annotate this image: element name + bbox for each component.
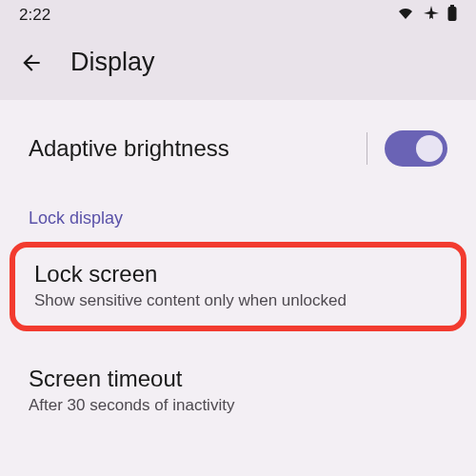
toggle-knob xyxy=(416,135,443,162)
arrow-left-icon xyxy=(19,50,44,75)
adaptive-brightness-row[interactable]: Adaptive brightness xyxy=(0,117,476,180)
lock-screen-item[interactable]: Lock screen Show sensitive content only … xyxy=(15,248,461,326)
lock-screen-subtitle: Show sensitive content only when unlocke… xyxy=(34,291,442,310)
settings-content: Adaptive brightness Lock display Lock sc… xyxy=(0,100,476,430)
back-button[interactable] xyxy=(19,50,44,75)
battery-icon xyxy=(447,5,457,26)
divider xyxy=(367,132,367,165)
screen-timeout-item[interactable]: Screen timeout After 30 seconds of inact… xyxy=(0,352,476,430)
section-lock-display: Lock display xyxy=(0,180,476,242)
airplane-icon xyxy=(423,5,440,26)
header: Display xyxy=(0,30,476,100)
status-bar: 2:22 xyxy=(0,0,476,30)
highlight-annotation: Lock screen Show sensitive content only … xyxy=(10,242,466,331)
svg-rect-1 xyxy=(448,7,457,21)
adaptive-brightness-toggle[interactable] xyxy=(385,130,447,167)
screen-timeout-title: Screen timeout xyxy=(29,366,447,392)
status-icons xyxy=(396,5,457,26)
page-title: Display xyxy=(70,48,155,77)
adaptive-right xyxy=(367,130,447,167)
screen-timeout-subtitle: After 30 seconds of inactivity xyxy=(29,396,447,415)
status-time: 2:22 xyxy=(19,6,50,25)
wifi-icon xyxy=(396,6,415,25)
lock-screen-title: Lock screen xyxy=(34,261,442,288)
adaptive-brightness-label: Adaptive brightness xyxy=(29,135,229,162)
svg-rect-0 xyxy=(450,5,454,7)
